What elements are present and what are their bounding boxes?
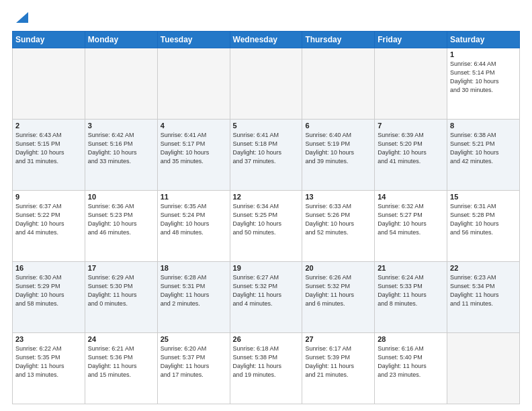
day-info: Sunrise: 6:26 AM Sunset: 5:32 PM Dayligh… (305, 273, 371, 308)
day-number: 26 (233, 335, 300, 343)
day-number: 8 (450, 122, 517, 130)
calendar-cell (302, 48, 375, 120)
calendar-cell: 7Sunrise: 6:39 AM Sunset: 5:20 PM Daylig… (375, 120, 447, 191)
calendar-cell: 9Sunrise: 6:37 AM Sunset: 5:22 PM Daylig… (13, 191, 85, 262)
weekday-header-tuesday: Tuesday (157, 32, 230, 48)
day-number: 6 (305, 122, 371, 130)
day-number: 22 (450, 264, 517, 272)
day-info: Sunrise: 6:42 AM Sunset: 5:16 PM Dayligh… (88, 131, 154, 166)
day-number: 9 (15, 193, 82, 201)
day-number: 24 (88, 335, 154, 343)
calendar-cell: 26Sunrise: 6:18 AM Sunset: 5:38 PM Dayli… (230, 333, 302, 404)
calendar-cell: 14Sunrise: 6:32 AM Sunset: 5:27 PM Dayli… (375, 191, 447, 262)
day-info: Sunrise: 6:30 AM Sunset: 5:29 PM Dayligh… (15, 273, 82, 308)
day-info: Sunrise: 6:23 AM Sunset: 5:34 PM Dayligh… (450, 273, 517, 308)
day-info: Sunrise: 6:39 AM Sunset: 5:20 PM Dayligh… (378, 131, 444, 166)
calendar-cell (230, 48, 302, 120)
day-info: Sunrise: 6:24 AM Sunset: 5:33 PM Dayligh… (378, 273, 444, 308)
calendar-cell: 15Sunrise: 6:31 AM Sunset: 5:28 PM Dayli… (447, 191, 520, 262)
weekday-header-wednesday: Wednesday (230, 32, 302, 48)
calendar-cell: 6Sunrise: 6:40 AM Sunset: 5:19 PM Daylig… (302, 120, 375, 191)
day-info: Sunrise: 6:33 AM Sunset: 5:26 PM Dayligh… (305, 202, 371, 237)
weekday-header-saturday: Saturday (447, 32, 520, 48)
day-number: 2 (15, 122, 82, 130)
day-info: Sunrise: 6:41 AM Sunset: 5:18 PM Dayligh… (233, 131, 300, 166)
day-info: Sunrise: 6:32 AM Sunset: 5:27 PM Dayligh… (378, 202, 444, 237)
day-number: 20 (305, 264, 371, 272)
calendar-cell: 18Sunrise: 6:28 AM Sunset: 5:31 PM Dayli… (157, 262, 230, 333)
calendar-cell: 12Sunrise: 6:34 AM Sunset: 5:25 PM Dayli… (230, 191, 302, 262)
logo-triangle-icon (13, 11, 28, 26)
calendar-cell: 13Sunrise: 6:33 AM Sunset: 5:26 PM Dayli… (302, 191, 375, 262)
day-number: 15 (450, 193, 517, 201)
calendar-cell: 1Sunrise: 6:44 AM Sunset: 5:14 PM Daylig… (447, 48, 520, 120)
svg-marker-0 (16, 12, 28, 23)
day-number: 19 (233, 264, 300, 272)
calendar-week-row: 16Sunrise: 6:30 AM Sunset: 5:29 PM Dayli… (13, 262, 520, 333)
calendar-cell (157, 48, 230, 120)
day-info: Sunrise: 6:18 AM Sunset: 5:38 PM Dayligh… (233, 345, 300, 379)
day-info: Sunrise: 6:21 AM Sunset: 5:36 PM Dayligh… (88, 345, 154, 379)
weekday-header-thursday: Thursday (302, 32, 375, 48)
day-info: Sunrise: 6:27 AM Sunset: 5:32 PM Dayligh… (233, 273, 300, 308)
calendar-week-row: 1Sunrise: 6:44 AM Sunset: 5:14 PM Daylig… (13, 48, 520, 120)
day-number: 25 (161, 335, 227, 343)
calendar-cell (447, 333, 520, 404)
day-number: 11 (161, 193, 227, 201)
calendar-cell: 28Sunrise: 6:16 AM Sunset: 5:40 PM Dayli… (375, 333, 447, 404)
day-info: Sunrise: 6:22 AM Sunset: 5:35 PM Dayligh… (15, 345, 82, 379)
day-number: 17 (88, 264, 154, 272)
calendar-cell (375, 48, 447, 120)
calendar-cell (85, 48, 157, 120)
day-number: 3 (88, 122, 154, 130)
day-info: Sunrise: 6:35 AM Sunset: 5:24 PM Dayligh… (161, 202, 227, 237)
calendar-cell: 3Sunrise: 6:42 AM Sunset: 5:16 PM Daylig… (85, 120, 157, 191)
day-number: 12 (233, 193, 300, 201)
logo (12, 11, 28, 26)
day-number: 16 (15, 264, 82, 272)
calendar-cell: 8Sunrise: 6:38 AM Sunset: 5:21 PM Daylig… (447, 120, 520, 191)
day-number: 4 (161, 122, 227, 130)
day-number: 10 (88, 193, 154, 201)
day-info: Sunrise: 6:38 AM Sunset: 5:21 PM Dayligh… (450, 131, 517, 166)
calendar-week-row: 9Sunrise: 6:37 AM Sunset: 5:22 PM Daylig… (13, 191, 520, 262)
calendar-cell: 25Sunrise: 6:20 AM Sunset: 5:37 PM Dayli… (157, 333, 230, 404)
page: SundayMondayTuesdayWednesdayThursdayFrid… (0, 0, 532, 411)
calendar-week-row: 2Sunrise: 6:43 AM Sunset: 5:15 PM Daylig… (13, 120, 520, 191)
calendar-cell: 11Sunrise: 6:35 AM Sunset: 5:24 PM Dayli… (157, 191, 230, 262)
calendar-cell: 19Sunrise: 6:27 AM Sunset: 5:32 PM Dayli… (230, 262, 302, 333)
weekday-header-row: SundayMondayTuesdayWednesdayThursdayFrid… (13, 32, 520, 48)
calendar-cell: 23Sunrise: 6:22 AM Sunset: 5:35 PM Dayli… (13, 333, 85, 404)
day-info: Sunrise: 6:34 AM Sunset: 5:25 PM Dayligh… (233, 202, 300, 237)
calendar-cell: 5Sunrise: 6:41 AM Sunset: 5:18 PM Daylig… (230, 120, 302, 191)
calendar-cell: 2Sunrise: 6:43 AM Sunset: 5:15 PM Daylig… (13, 120, 85, 191)
day-number: 5 (233, 122, 300, 130)
calendar-cell: 10Sunrise: 6:36 AM Sunset: 5:23 PM Dayli… (85, 191, 157, 262)
day-info: Sunrise: 6:17 AM Sunset: 5:39 PM Dayligh… (305, 345, 371, 379)
calendar-cell: 21Sunrise: 6:24 AM Sunset: 5:33 PM Dayli… (375, 262, 447, 333)
day-info: Sunrise: 6:41 AM Sunset: 5:17 PM Dayligh… (161, 131, 227, 166)
day-number: 18 (161, 264, 227, 272)
day-info: Sunrise: 6:43 AM Sunset: 5:15 PM Dayligh… (15, 131, 82, 166)
calendar-cell: 22Sunrise: 6:23 AM Sunset: 5:34 PM Dayli… (447, 262, 520, 333)
day-number: 14 (378, 193, 444, 201)
day-info: Sunrise: 6:36 AM Sunset: 5:23 PM Dayligh… (88, 202, 154, 237)
calendar-cell: 16Sunrise: 6:30 AM Sunset: 5:29 PM Dayli… (13, 262, 85, 333)
weekday-header-friday: Friday (375, 32, 447, 48)
day-number: 21 (378, 264, 444, 272)
day-info: Sunrise: 6:16 AM Sunset: 5:40 PM Dayligh… (378, 345, 444, 379)
day-info: Sunrise: 6:44 AM Sunset: 5:14 PM Dayligh… (450, 60, 517, 95)
calendar-cell: 4Sunrise: 6:41 AM Sunset: 5:17 PM Daylig… (157, 120, 230, 191)
day-info: Sunrise: 6:29 AM Sunset: 5:30 PM Dayligh… (88, 273, 154, 308)
day-info: Sunrise: 6:40 AM Sunset: 5:19 PM Dayligh… (305, 131, 371, 166)
calendar-cell: 20Sunrise: 6:26 AM Sunset: 5:32 PM Dayli… (302, 262, 375, 333)
day-number: 1 (450, 50, 517, 58)
calendar-cell: 24Sunrise: 6:21 AM Sunset: 5:36 PM Dayli… (85, 333, 157, 404)
weekday-header-monday: Monday (85, 32, 157, 48)
day-number: 28 (378, 335, 444, 343)
calendar-cell: 27Sunrise: 6:17 AM Sunset: 5:39 PM Dayli… (302, 333, 375, 404)
calendar-cell (13, 48, 85, 120)
calendar-week-row: 23Sunrise: 6:22 AM Sunset: 5:35 PM Dayli… (13, 333, 520, 404)
day-number: 7 (378, 122, 444, 130)
day-info: Sunrise: 6:31 AM Sunset: 5:28 PM Dayligh… (450, 202, 517, 237)
